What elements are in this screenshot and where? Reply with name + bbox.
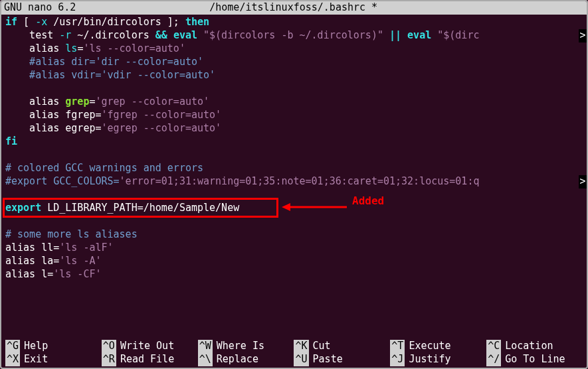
code-line: fi bbox=[5, 135, 583, 149]
help-key-paste[interactable]: ^UPaste bbox=[294, 353, 390, 366]
help-key-justify[interactable]: ^JJustify bbox=[390, 353, 486, 366]
code-line: alias l='ls -CF' bbox=[5, 268, 583, 281]
overflow-icon: > bbox=[579, 29, 587, 42]
help-key-gotoline[interactable]: ^/Go To Line bbox=[486, 353, 583, 366]
code-line bbox=[5, 215, 583, 228]
app-name: GNU nano 6.2 bbox=[4, 1, 76, 15]
code-line: if [ -x /usr/bin/dircolors ]; then bbox=[5, 16, 583, 29]
overflow-icon: > bbox=[579, 175, 587, 188]
code-line: # some more ls aliases bbox=[5, 228, 583, 242]
code-line bbox=[5, 149, 583, 162]
code-line bbox=[5, 188, 583, 202]
code-line: #export GCC_COLORS='error=01;31:warning=… bbox=[5, 175, 583, 188]
code-line: alias egrep='egrep --color=auto' bbox=[5, 122, 583, 135]
help-key-writeout[interactable]: ^OWrite Out bbox=[102, 340, 198, 353]
help-key-help[interactable]: ^GHelp bbox=[5, 340, 102, 353]
code-line: #alias vdir='vdir --color=auto' bbox=[5, 69, 583, 82]
editor-area[interactable]: if [ -x /usr/bin/dircolors ]; then test … bbox=[1, 15, 587, 283]
help-key-readfile[interactable]: ^RRead File bbox=[102, 353, 198, 366]
titlebar: GNU nano 6.2 /home/itslinuxfoss/.bashrc … bbox=[1, 1, 587, 15]
help-key-whereis[interactable]: ^WWhere Is bbox=[198, 340, 294, 353]
help-key-cut[interactable]: ^KCut bbox=[294, 340, 390, 353]
code-line: alias ll='ls -alF' bbox=[5, 242, 583, 255]
code-line: alias la='ls -A' bbox=[5, 255, 583, 268]
help-bar: ^GHelp ^OWrite Out ^WWhere Is ^KCut ^TEx… bbox=[5, 340, 583, 366]
code-line bbox=[5, 82, 583, 96]
code-line: export LD_LIBRARY_PATH=/home/Sample/New bbox=[5, 202, 583, 215]
code-line: alias fgrep='fgrep --color=auto' bbox=[5, 109, 583, 122]
code-line: test -r ~/.dircolors && eval "$(dircolor… bbox=[5, 29, 583, 42]
annotation-label: Added bbox=[352, 194, 384, 208]
help-key-execute[interactable]: ^TExecute bbox=[390, 340, 486, 353]
code-line: alias ls='ls --color=auto' bbox=[5, 42, 583, 56]
help-key-exit[interactable]: ^XExit bbox=[5, 353, 102, 366]
help-key-replace[interactable]: ^\Replace bbox=[198, 353, 294, 366]
code-line: # colored GCC warnings and errors bbox=[5, 162, 583, 175]
filename: /home/itslinuxfoss/.bashrc * bbox=[76, 1, 584, 15]
code-line: #alias dir='dir --color=auto' bbox=[5, 56, 583, 69]
help-key-location[interactable]: ^CLocation bbox=[486, 340, 583, 353]
code-line: alias grep='grep --color=auto' bbox=[5, 96, 583, 109]
